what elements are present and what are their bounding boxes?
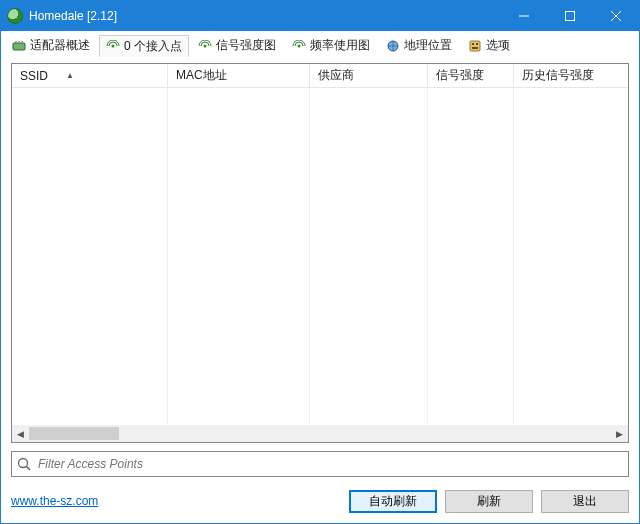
column-label: SSID <box>20 69 48 83</box>
list-body <box>12 88 628 425</box>
scroll-left-button[interactable]: ◀ <box>12 425 29 442</box>
app-icon <box>7 8 23 24</box>
svg-point-10 <box>298 44 301 47</box>
scroll-right-button[interactable]: ▶ <box>611 425 628 442</box>
svg-point-9 <box>204 44 207 47</box>
signal-icon <box>106 39 120 53</box>
tab-label: 适配器概述 <box>30 37 90 54</box>
maximize-icon <box>565 11 575 21</box>
titlebar[interactable]: Homedale [2.12] <box>1 1 639 31</box>
column-header-ssid[interactable]: SSID ▲ <box>12 64 168 87</box>
exit-button[interactable]: 退出 <box>541 490 629 513</box>
minimize-icon <box>519 11 529 21</box>
access-points-listview: SSID ▲ MAC地址 供应商 信号强度 历史信号强度 <box>11 63 629 443</box>
svg-rect-5 <box>15 41 17 43</box>
svg-point-8 <box>112 45 115 48</box>
list-header: SSID ▲ MAC地址 供应商 信号强度 历史信号强度 <box>12 64 628 88</box>
filter-input[interactable] <box>36 453 624 475</box>
search-icon <box>16 456 32 472</box>
svg-rect-7 <box>21 41 23 43</box>
column-label: 供应商 <box>318 67 354 84</box>
tab-label: 信号强度图 <box>216 37 276 54</box>
close-icon <box>611 11 621 21</box>
svg-rect-4 <box>13 43 25 50</box>
column-label: MAC地址 <box>176 67 227 84</box>
tab-label: 选项 <box>486 37 510 54</box>
footer-row: www.the-sz.com 自动刷新 刷新 退出 <box>11 487 629 515</box>
column-header-signal[interactable]: 信号强度 <box>428 64 514 87</box>
window-title: Homedale [2.12] <box>29 9 117 23</box>
filter-row <box>11 451 629 477</box>
sort-ascending-icon: ▲ <box>66 72 74 80</box>
tab-label: 地理位置 <box>404 37 452 54</box>
chevron-left-icon: ◀ <box>17 429 24 439</box>
globe-icon <box>386 39 400 53</box>
svg-rect-14 <box>476 43 478 45</box>
tab-label: 频率使用图 <box>310 37 370 54</box>
adapter-icon <box>12 39 26 53</box>
svg-rect-1 <box>566 12 575 21</box>
horizontal-scrollbar[interactable]: ◀ ▶ <box>12 425 628 442</box>
signal-icon <box>292 39 306 53</box>
maximize-button[interactable] <box>547 1 593 31</box>
column-label: 信号强度 <box>436 67 484 84</box>
column-header-mac[interactable]: MAC地址 <box>168 64 310 87</box>
column-label: 历史信号强度 <box>522 67 594 84</box>
scrollbar-track[interactable] <box>29 425 611 442</box>
minimize-button[interactable] <box>501 1 547 31</box>
close-button[interactable] <box>593 1 639 31</box>
column-header-history[interactable]: 历史信号强度 <box>514 64 628 87</box>
chevron-right-icon: ▶ <box>616 429 623 439</box>
content-area: SSID ▲ MAC地址 供应商 信号强度 历史信号强度 <box>1 57 639 523</box>
tab-signal-graph[interactable]: 信号强度图 <box>191 34 283 56</box>
app-window: Homedale [2.12] 适配器概述 0 个接入点 信号强度图 频率使用图 <box>0 0 640 524</box>
scrollbar-thumb[interactable] <box>29 427 119 440</box>
svg-rect-15 <box>472 47 478 49</box>
svg-rect-12 <box>470 41 480 51</box>
signal-icon <box>198 39 212 53</box>
refresh-button[interactable]: 刷新 <box>445 490 533 513</box>
website-link[interactable]: www.the-sz.com <box>11 494 98 508</box>
svg-rect-6 <box>18 41 20 43</box>
options-icon <box>468 39 482 53</box>
tab-adapters[interactable]: 适配器概述 <box>5 34 97 56</box>
svg-point-16 <box>19 459 28 468</box>
svg-line-17 <box>27 467 31 471</box>
tab-location[interactable]: 地理位置 <box>379 34 459 56</box>
tab-frequency-usage[interactable]: 频率使用图 <box>285 34 377 56</box>
tab-access-points[interactable]: 0 个接入点 <box>99 35 189 57</box>
auto-refresh-button[interactable]: 自动刷新 <box>349 490 437 513</box>
tab-label: 0 个接入点 <box>124 38 182 55</box>
tab-options[interactable]: 选项 <box>461 34 517 56</box>
column-header-vendor[interactable]: 供应商 <box>310 64 428 87</box>
tab-bar: 适配器概述 0 个接入点 信号强度图 频率使用图 地理位置 选项 <box>1 31 639 57</box>
svg-rect-13 <box>472 43 474 45</box>
